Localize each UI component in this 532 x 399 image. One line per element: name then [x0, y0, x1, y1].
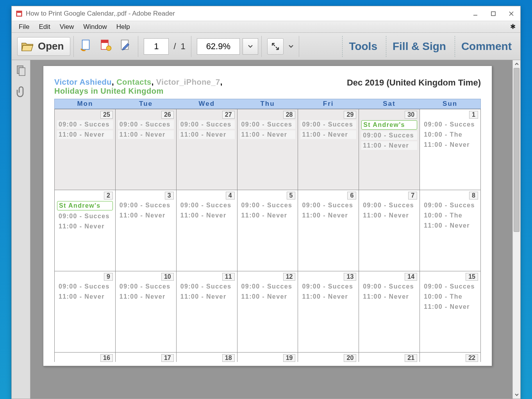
menu-help[interactable]: Help [112, 22, 135, 32]
day-number: 5 [287, 192, 296, 200]
day-number: 10 [161, 273, 174, 281]
page-number-input[interactable] [144, 38, 169, 55]
day-number: 28 [283, 111, 296, 119]
scroll-down-button[interactable] [513, 391, 520, 399]
open-button[interactable]: Open [17, 37, 70, 56]
calendar-cell: 709:00 - Succes11:00 - Never [359, 190, 420, 271]
calendars-list: Victor Ashiedu, Contacts, Victor_iPhone_… [54, 78, 223, 96]
calendar-event: 11:00 - Never [118, 130, 174, 139]
calendar-event: 09:00 - Succes [57, 212, 113, 221]
convert-pdf-icon[interactable] [99, 38, 115, 55]
day-number: 19 [283, 354, 296, 362]
day-number: 25 [100, 111, 113, 119]
scroll-thumb[interactable] [514, 68, 520, 232]
holiday-event: St Andrew's [57, 201, 113, 210]
calendar-event: 09:00 - Succes [240, 201, 296, 210]
calendar-event: 11:00 - Never [179, 292, 235, 301]
sign-pdf-icon[interactable] [118, 38, 135, 55]
menubar: File Edit View Window Help ✱ [12, 21, 520, 33]
calendar-event: 11:00 - Never [361, 141, 417, 150]
calendar-event: 09:00 - Succes [300, 120, 356, 129]
month-label: Dec 2019 (United Kingdom Time) [347, 78, 481, 88]
folder-open-icon [21, 40, 34, 53]
pdf-page: Victor Ashiedu, Contacts, Victor_iPhone_… [43, 66, 492, 366]
calendar-event: 09:00 - Succes [300, 201, 356, 210]
calendar-cell: 1309:00 - Succes11:00 - Never [298, 271, 359, 353]
page-total: 1 [181, 41, 188, 52]
svg-rect-13 [19, 68, 25, 76]
minimize-button[interactable] [466, 8, 484, 20]
expand-icon [271, 42, 280, 51]
zoom-input[interactable] [197, 38, 240, 55]
calendar-event: 09:00 - Succes [422, 282, 478, 291]
svg-rect-2 [17, 11, 21, 12]
calendar-cell: 1509:00 - Succes10:00 - The11:00 - Never [420, 271, 481, 353]
menu-file[interactable]: File [14, 22, 34, 32]
calendar-cell: 1109:00 - Succes11:00 - Never [177, 271, 237, 353]
fill-sign-button[interactable]: Fill & Sign [386, 36, 452, 57]
menu-edit[interactable]: Edit [34, 22, 55, 32]
day-number: 16 [100, 354, 113, 362]
day-number: 26 [161, 111, 174, 119]
zoom-dropdown[interactable] [243, 38, 258, 55]
read-mode-button[interactable] [267, 38, 284, 55]
calendar-cell: 2509:00 - Succes11:00 - Never [55, 109, 116, 190]
menu-window[interactable]: Window [79, 22, 111, 32]
calendar-event: 11:00 - Never [361, 211, 417, 220]
calendar-grid: 2509:00 - Succes11:00 - Never2609:00 - S… [54, 109, 481, 362]
calendar-event: 09:00 - Succes [118, 201, 174, 210]
tools-button[interactable]: Tools [342, 36, 384, 57]
day-number: 15 [466, 273, 478, 281]
calendar-event: 11:00 - Never [118, 292, 174, 301]
comment-button[interactable]: Comment [455, 36, 518, 57]
day-number: 29 [344, 111, 356, 119]
day-number: 17 [161, 354, 174, 362]
day-number: 1 [469, 111, 478, 119]
calendar-event: 11:00 - Never [179, 211, 235, 220]
calendar-cell: 2909:00 - Succes11:00 - Never [298, 109, 359, 190]
calendar-cell: 109:00 - Succes10:00 - The11:00 - Never [420, 109, 481, 190]
calendar-event: 10:00 - The [422, 292, 478, 301]
maximize-button[interactable] [484, 8, 502, 20]
calendar-event: 11:00 - Never [300, 292, 356, 301]
menubar-close-icon[interactable]: ✱ [508, 23, 518, 31]
calendar-event: 11:00 - Never [361, 292, 417, 301]
holiday-event: St Andrew's [361, 120, 417, 130]
weekday-label: Thu [237, 99, 298, 109]
view-dropdown[interactable] [286, 38, 296, 55]
calendar-cell: 22 [420, 353, 481, 362]
nav-pane [12, 60, 30, 399]
calendar-event: 09:00 - Succes [118, 120, 174, 129]
create-pdf-icon[interactable] [79, 38, 96, 55]
scroll-up-button[interactable] [513, 60, 520, 68]
close-button[interactable] [502, 8, 520, 20]
document-area[interactable]: Victor Ashiedu, Contacts, Victor_iPhone_… [30, 60, 520, 399]
calendar-event: 09:00 - Succes [240, 120, 296, 129]
calendar-event: 09:00 - Succes [57, 282, 113, 291]
app-window: How to Print Google Calendar,.pdf - Adob… [11, 6, 521, 399]
day-number: 7 [408, 192, 417, 200]
svg-rect-9 [101, 40, 108, 43]
calendar-cell: 18 [177, 353, 237, 362]
day-number: 18 [222, 354, 235, 362]
calendar-cell: 609:00 - Succes11:00 - Never [298, 190, 359, 271]
calendar-event: 11:00 - Never [240, 211, 296, 220]
day-number: 11 [222, 273, 235, 281]
calendar-event: 11:00 - Never [240, 130, 296, 139]
calendar-cell: 2St Andrew's09:00 - Succes11:00 - Never [55, 190, 116, 271]
calendar-event: 11:00 - Never [57, 130, 113, 139]
menu-view[interactable]: View [55, 22, 79, 32]
calendar-cell: 2709:00 - Succes11:00 - Never [177, 109, 237, 190]
day-number: 27 [222, 111, 235, 119]
pdf-icon [16, 10, 23, 17]
calendar-event: 11:00 - Never [422, 141, 478, 149]
weekday-label: Fri [298, 99, 359, 109]
page-thumbnails-icon[interactable] [15, 65, 27, 77]
calendar-event: 11:00 - Never [118, 211, 174, 220]
day-number: 22 [466, 354, 478, 362]
open-label: Open [38, 40, 64, 52]
attachments-icon[interactable] [15, 86, 27, 98]
calendar-event: 09:00 - Succes [361, 201, 417, 210]
calendar-cell: 1409:00 - Succes11:00 - Never [359, 271, 420, 353]
vertical-scrollbar[interactable] [512, 60, 520, 399]
